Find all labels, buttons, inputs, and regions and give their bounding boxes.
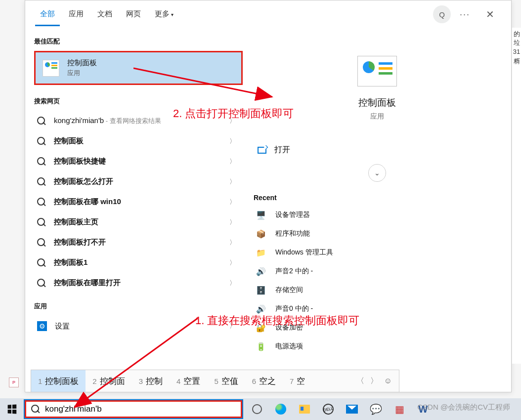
ime-cand-text: 控制面 bbox=[100, 377, 125, 386]
tab-more[interactable]: 更多▾ bbox=[150, 2, 178, 26]
chevron-right-icon: 〉 bbox=[229, 137, 236, 146]
web-suggestion[interactable]: 控制面板快捷键〉 bbox=[34, 151, 243, 171]
cortana-icon bbox=[252, 404, 262, 414]
ime-candidate[interactable]: 6空之 bbox=[245, 376, 283, 387]
search-icon bbox=[37, 137, 46, 146]
chevron-right-icon: 〉 bbox=[229, 218, 236, 227]
sound-icon: 🔊 bbox=[256, 266, 266, 277]
dell-button[interactable]: DELL bbox=[317, 398, 339, 420]
recent-item[interactable]: 🔊声音2 中的 - bbox=[254, 262, 500, 281]
ime-cand-text: 控制面板 bbox=[45, 376, 79, 387]
tab-all[interactable]: 全部 bbox=[35, 2, 60, 26]
ime-candidate[interactable]: 4空置 bbox=[170, 376, 207, 387]
account-avatar[interactable]: Q bbox=[433, 5, 451, 23]
chevron-right-icon: 〉 bbox=[229, 238, 236, 247]
ime-prev-button[interactable]: 〈 bbox=[356, 376, 364, 386]
tab-web[interactable]: 网页 bbox=[121, 2, 146, 26]
web-suggestion[interactable]: 控制面板〉 bbox=[34, 131, 243, 151]
suggestion-term: 控制面板1 bbox=[54, 258, 221, 267]
search-web-header: 搜索网页 bbox=[34, 93, 243, 111]
chevron-right-icon: 〉 bbox=[229, 177, 236, 186]
taskbar-search-input[interactable] bbox=[45, 404, 236, 414]
chevron-right-icon: 〉 bbox=[229, 258, 236, 267]
search-icon bbox=[31, 405, 40, 414]
tab-apps[interactable]: 应用 bbox=[64, 2, 88, 26]
expand-button[interactable]: ⌄ bbox=[368, 164, 386, 182]
apps-button[interactable]: ▦ bbox=[389, 398, 410, 420]
edge-icon bbox=[275, 404, 286, 415]
ime-cand-text: 空置 bbox=[183, 377, 200, 386]
mail-button[interactable] bbox=[341, 398, 363, 420]
ime-candidate[interactable]: 5空值 bbox=[207, 376, 245, 387]
start-button[interactable] bbox=[0, 398, 24, 420]
app-result-settings[interactable]: ⚙ 设置 〉 bbox=[34, 316, 243, 336]
ime-candidate[interactable]: 3控制 bbox=[132, 376, 170, 387]
ime-cand-text: 控制 bbox=[146, 377, 163, 386]
recent-item[interactable]: 🖥️设备管理器 bbox=[254, 206, 500, 224]
taskbar-search-box[interactable] bbox=[25, 400, 242, 418]
suggestion-term: kong'zhi'mian'b bbox=[54, 116, 104, 125]
tab-documents[interactable]: 文档 bbox=[92, 2, 117, 26]
suggestion-term: 控制面板主页 bbox=[54, 217, 221, 227]
suggestion-term: 控制面板怎么打开 bbox=[54, 177, 221, 186]
open-action[interactable]: 打开 bbox=[254, 139, 500, 161]
suggestion-suffix: - 查看网络搜索结果 bbox=[104, 117, 161, 125]
recent-item[interactable]: 🗄️存储空间 bbox=[254, 281, 500, 299]
folder-icon: 📁 bbox=[256, 247, 266, 258]
device-manager-icon: 🖥️ bbox=[256, 210, 266, 220]
suggestion-term: 控制面板打不开 bbox=[54, 238, 221, 247]
windows-logo-icon bbox=[8, 405, 17, 414]
recent-item[interactable]: 🔋电源选项 bbox=[254, 337, 500, 356]
ime-cand-text: 空之 bbox=[259, 377, 276, 386]
recent-label: Windows 管理工具 bbox=[275, 248, 333, 257]
close-button[interactable]: ✕ bbox=[479, 5, 501, 23]
web-suggestion[interactable]: 控制面板打不开〉 bbox=[34, 232, 243, 252]
preview-right-column: 控制面板 应用 打开 ⌄ Recent 🖥️设备管理器 📦程序和功能 📁Wind… bbox=[243, 28, 511, 392]
web-suggestion[interactable]: 控制面板怎么打开〉 bbox=[34, 171, 243, 192]
chevron-right-icon: 〉 bbox=[229, 322, 236, 331]
ime-candidate[interactable]: 2控制面 bbox=[86, 376, 131, 387]
programs-icon: 📦 bbox=[256, 228, 266, 239]
suggestion-term: 控制面板 bbox=[54, 136, 221, 146]
background-page-fragment: 的垃 31 糈 bbox=[512, 28, 521, 364]
ime-emoji-button[interactable]: ☺ bbox=[384, 377, 392, 385]
chevron-right-icon: 〉 bbox=[229, 198, 236, 207]
chevron-right-icon: 〉 bbox=[229, 279, 236, 288]
web-suggestion[interactable]: 控制面板在哪 win10〉 bbox=[34, 192, 243, 212]
ime-cand-text: 空值 bbox=[221, 377, 238, 386]
ime-candidate[interactable]: 7空 bbox=[283, 376, 312, 387]
open-label: 打开 bbox=[274, 145, 290, 155]
ime-next-button[interactable]: 〉 bbox=[370, 376, 378, 386]
folder-icon bbox=[299, 405, 310, 414]
edge-button[interactable] bbox=[270, 398, 292, 420]
preview-title: 控制面板 bbox=[254, 96, 500, 109]
recent-item[interactable]: 📁Windows 管理工具 bbox=[254, 243, 500, 262]
web-suggestion[interactable]: 控制面板在哪里打开〉 bbox=[34, 273, 243, 293]
ime-candidate[interactable]: 1控制面板 bbox=[31, 370, 86, 392]
power-icon: 🔋 bbox=[256, 341, 266, 352]
search-icon bbox=[37, 157, 46, 166]
sound-icon: 🔊 bbox=[256, 303, 266, 314]
recent-item[interactable]: 🔐设备加密 bbox=[254, 318, 500, 337]
recent-item[interactable]: 🔊声音0 中的 - bbox=[254, 299, 500, 318]
cortana-button[interactable] bbox=[246, 398, 268, 420]
more-options-button[interactable]: ··· bbox=[455, 6, 475, 23]
search-icon bbox=[37, 117, 46, 126]
apps-header: 应用 bbox=[34, 298, 243, 316]
ime-cand-text: 空 bbox=[297, 377, 305, 386]
web-suggestion[interactable]: 控制面板主页〉 bbox=[34, 212, 243, 232]
explorer-button[interactable] bbox=[294, 398, 315, 420]
suggestion-term: 控制面板在哪 win10 bbox=[54, 197, 221, 207]
web-suggestion[interactable]: 控制面板1〉 bbox=[34, 252, 243, 273]
pdf-tray-icon[interactable]: P bbox=[9, 378, 19, 387]
recent-label: 程序和功能 bbox=[275, 229, 310, 238]
search-icon bbox=[37, 198, 46, 207]
chevron-right-icon: 〉 bbox=[229, 117, 236, 126]
wechat-button[interactable]: 💬 bbox=[365, 398, 387, 420]
web-suggestion[interactable]: kong'zhi'mian'b - 查看网络搜索结果 〉 bbox=[34, 111, 243, 131]
recent-label: 设备加密 bbox=[275, 323, 303, 332]
recent-item[interactable]: 📦程序和功能 bbox=[254, 224, 500, 243]
mail-icon bbox=[346, 405, 358, 414]
best-match-result[interactable]: 控制面板 应用 bbox=[34, 51, 243, 85]
search-icon bbox=[37, 279, 46, 288]
